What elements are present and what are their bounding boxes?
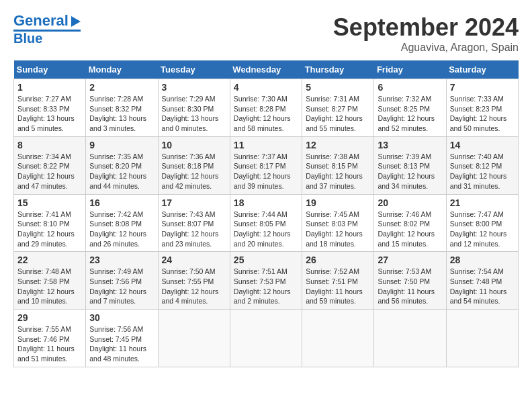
calendar-cell: [446, 310, 518, 367]
calendar-cell: 15Sunrise: 7:41 AMSunset: 8:10 PMDayligh…: [14, 194, 86, 252]
cell-info: Sunrise: 7:47 AMSunset: 8:00 PMDaylight:…: [450, 210, 515, 249]
calendar-week-row: 29Sunrise: 7:55 AMSunset: 7:46 PMDayligh…: [14, 310, 519, 367]
cell-info: Sunrise: 7:48 AMSunset: 7:58 PMDaylight:…: [17, 267, 82, 306]
column-header-friday: Friday: [374, 60, 446, 79]
day-number: 16: [89, 197, 154, 208]
day-number: 12: [306, 140, 370, 150]
day-number: 29: [17, 312, 82, 323]
calendar-cell: 1Sunrise: 7:27 AMSunset: 8:33 PMDaylight…: [14, 79, 86, 137]
calendar-cell: 18Sunrise: 7:44 AMSunset: 8:05 PMDayligh…: [230, 194, 302, 252]
cell-info: Sunrise: 7:41 AMSunset: 8:10 PMDaylight:…: [17, 210, 82, 249]
calendar-cell: 5Sunrise: 7:31 AMSunset: 8:27 PMDaylight…: [302, 79, 374, 137]
calendar-cell: 27Sunrise: 7:53 AMSunset: 7:50 PMDayligh…: [374, 252, 446, 310]
cell-info: Sunrise: 7:34 AMSunset: 8:22 PMDaylight:…: [17, 152, 82, 191]
calendar-cell: 11Sunrise: 7:37 AMSunset: 8:17 PMDayligh…: [230, 136, 302, 194]
month-title: September 2024: [333, 13, 519, 42]
calendar-cell: 17Sunrise: 7:43 AMSunset: 8:07 PMDayligh…: [158, 194, 230, 252]
day-number: 22: [17, 255, 82, 265]
calendar-cell: 12Sunrise: 7:38 AMSunset: 8:15 PMDayligh…: [302, 136, 374, 194]
cell-info: Sunrise: 7:33 AMSunset: 8:23 PMDaylight:…: [450, 94, 515, 134]
calendar-cell: 16Sunrise: 7:42 AMSunset: 8:08 PMDayligh…: [86, 194, 158, 252]
day-number: 17: [162, 197, 226, 208]
cell-info: Sunrise: 7:35 AMSunset: 8:20 PMDaylight:…: [89, 152, 154, 191]
cell-info: Sunrise: 7:27 AMSunset: 8:33 PMDaylight:…: [17, 94, 82, 134]
day-number: 4: [234, 82, 298, 93]
location-title: Aguaviva, Aragon, Spain: [333, 42, 519, 54]
column-header-thursday: Thursday: [302, 60, 374, 79]
calendar-cell: 29Sunrise: 7:55 AMSunset: 7:46 PMDayligh…: [14, 310, 86, 367]
cell-info: Sunrise: 7:28 AMSunset: 8:32 PMDaylight:…: [89, 94, 154, 134]
column-header-sunday: Sunday: [14, 60, 86, 79]
day-number: 27: [378, 255, 442, 265]
calendar-cell: 25Sunrise: 7:51 AMSunset: 7:53 PMDayligh…: [230, 252, 302, 310]
calendar-cell: 26Sunrise: 7:52 AMSunset: 7:51 PMDayligh…: [302, 252, 374, 310]
day-number: 8: [17, 140, 82, 150]
calendar-week-row: 15Sunrise: 7:41 AMSunset: 8:10 PMDayligh…: [14, 194, 519, 252]
cell-info: Sunrise: 7:38 AMSunset: 8:15 PMDaylight:…: [306, 152, 370, 191]
cell-info: Sunrise: 7:45 AMSunset: 8:03 PMDaylight:…: [306, 210, 370, 249]
day-number: 18: [234, 197, 298, 208]
day-number: 2: [89, 82, 154, 93]
day-number: 23: [89, 255, 154, 265]
cell-info: Sunrise: 7:56 AMSunset: 7:45 PMDaylight:…: [89, 324, 154, 364]
day-number: 10: [162, 140, 226, 150]
day-number: 7: [450, 82, 515, 93]
cell-info: Sunrise: 7:52 AMSunset: 7:51 PMDaylight:…: [306, 267, 370, 306]
calendar-cell: 30Sunrise: 7:56 AMSunset: 7:45 PMDayligh…: [86, 310, 158, 367]
day-number: 9: [89, 140, 154, 150]
cell-info: Sunrise: 7:42 AMSunset: 8:08 PMDaylight:…: [89, 210, 154, 249]
calendar-cell: 6Sunrise: 7:32 AMSunset: 8:25 PMDaylight…: [374, 79, 446, 137]
cell-info: Sunrise: 7:37 AMSunset: 8:17 PMDaylight:…: [234, 152, 298, 191]
cell-info: Sunrise: 7:55 AMSunset: 7:46 PMDaylight:…: [17, 324, 82, 364]
calendar-cell: 4Sunrise: 7:30 AMSunset: 8:28 PMDaylight…: [230, 79, 302, 137]
cell-info: Sunrise: 7:44 AMSunset: 8:05 PMDaylight:…: [234, 210, 298, 249]
calendar-cell: 21Sunrise: 7:47 AMSunset: 8:00 PMDayligh…: [446, 194, 518, 252]
calendar-cell: [230, 310, 302, 367]
day-number: 13: [378, 140, 442, 150]
column-header-wednesday: Wednesday: [230, 60, 302, 79]
cell-info: Sunrise: 7:49 AMSunset: 7:56 PMDaylight:…: [89, 267, 154, 306]
calendar-week-row: 8Sunrise: 7:34 AMSunset: 8:22 PMDaylight…: [14, 136, 519, 194]
calendar-table: SundayMondayTuesdayWednesdayThursdayFrid…: [13, 60, 519, 367]
calendar-cell: 28Sunrise: 7:54 AMSunset: 7:48 PMDayligh…: [446, 252, 518, 310]
calendar-cell: 2Sunrise: 7:28 AMSunset: 8:32 PMDaylight…: [86, 79, 158, 137]
cell-info: Sunrise: 7:46 AMSunset: 8:02 PMDaylight:…: [378, 210, 442, 249]
logo: General Blue: [13, 13, 81, 45]
calendar-cell: 10Sunrise: 7:36 AMSunset: 8:18 PMDayligh…: [158, 136, 230, 194]
title-area: September 2024 Aguaviva, Aragon, Spain: [333, 13, 519, 54]
calendar-cell: 3Sunrise: 7:29 AMSunset: 8:30 PMDaylight…: [158, 79, 230, 137]
calendar-cell: [158, 310, 230, 367]
page-header: General Blue September 2024 Aguaviva, Ar…: [13, 13, 519, 54]
day-number: 20: [378, 197, 442, 208]
day-number: 28: [450, 255, 515, 265]
day-number: 15: [17, 197, 82, 208]
calendar-cell: [374, 310, 446, 367]
day-number: 11: [234, 140, 298, 150]
cell-info: Sunrise: 7:36 AMSunset: 8:18 PMDaylight:…: [162, 152, 226, 191]
cell-info: Sunrise: 7:32 AMSunset: 8:25 PMDaylight:…: [378, 94, 442, 134]
day-number: 6: [378, 82, 442, 93]
cell-info: Sunrise: 7:53 AMSunset: 7:50 PMDaylight:…: [378, 267, 442, 306]
cell-info: Sunrise: 7:31 AMSunset: 8:27 PMDaylight:…: [306, 94, 370, 134]
cell-info: Sunrise: 7:30 AMSunset: 8:28 PMDaylight:…: [234, 94, 298, 134]
calendar-cell: 14Sunrise: 7:40 AMSunset: 8:12 PMDayligh…: [446, 136, 518, 194]
day-number: 19: [306, 197, 370, 208]
calendar-week-row: 22Sunrise: 7:48 AMSunset: 7:58 PMDayligh…: [14, 252, 519, 310]
calendar-cell: 8Sunrise: 7:34 AMSunset: 8:22 PMDaylight…: [14, 136, 86, 194]
day-number: 14: [450, 140, 515, 150]
calendar-cell: 7Sunrise: 7:33 AMSunset: 8:23 PMDaylight…: [446, 79, 518, 137]
column-header-tuesday: Tuesday: [158, 60, 230, 79]
cell-info: Sunrise: 7:29 AMSunset: 8:30 PMDaylight:…: [162, 94, 226, 134]
calendar-cell: 19Sunrise: 7:45 AMSunset: 8:03 PMDayligh…: [302, 194, 374, 252]
calendar-cell: 24Sunrise: 7:50 AMSunset: 7:55 PMDayligh…: [158, 252, 230, 310]
cell-info: Sunrise: 7:40 AMSunset: 8:12 PMDaylight:…: [450, 152, 515, 191]
day-number: 21: [450, 197, 515, 208]
day-number: 30: [89, 312, 154, 323]
calendar-week-row: 1Sunrise: 7:27 AMSunset: 8:33 PMDaylight…: [14, 79, 519, 137]
column-header-saturday: Saturday: [446, 60, 518, 79]
calendar-cell: 22Sunrise: 7:48 AMSunset: 7:58 PMDayligh…: [14, 252, 86, 310]
day-number: 3: [162, 82, 226, 93]
day-number: 5: [306, 82, 370, 93]
cell-info: Sunrise: 7:54 AMSunset: 7:48 PMDaylight:…: [450, 267, 515, 306]
cell-info: Sunrise: 7:39 AMSunset: 8:13 PMDaylight:…: [378, 152, 442, 191]
